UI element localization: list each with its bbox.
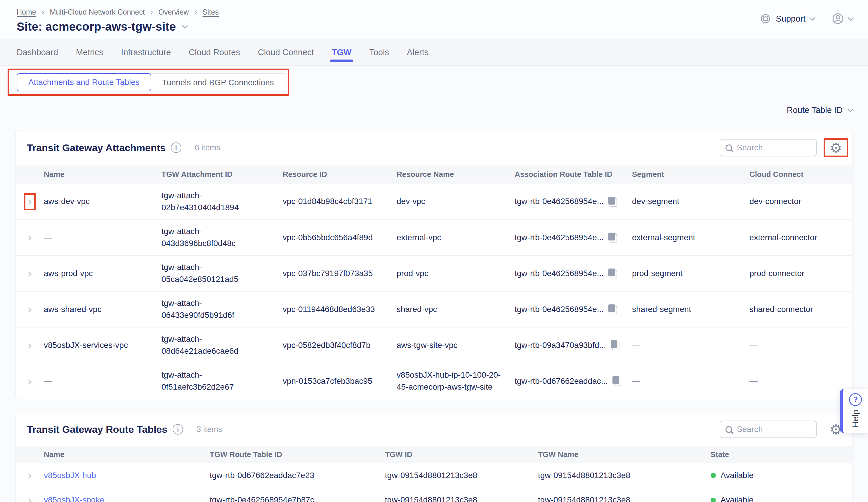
cell-assoc-id: tgw-rtb-0e462568954e...	[515, 196, 604, 208]
cell-cloud-connect: —	[750, 375, 852, 387]
table-row: › aws-shared-vpc tgw-attach-06433e90fd5b…	[16, 291, 852, 327]
cell-segment: prod-segment	[632, 268, 750, 280]
cell-resource-name: shared-vpc	[396, 304, 511, 315]
help-tab[interactable]: ? Help	[840, 389, 868, 433]
attachments-items-count: 6 items	[195, 143, 220, 152]
table-row: › v85osbJX-spoke tgw-rtb-0e462568954e7b8…	[16, 488, 852, 502]
row-expand-chevron[interactable]: ›	[25, 302, 35, 316]
row-expand-chevron[interactable]: ›	[25, 493, 35, 502]
breadcrumb-separator: ›	[150, 8, 153, 17]
status-dot	[711, 498, 716, 502]
attachments-search-box	[720, 139, 817, 156]
cell-resource-id: vpc-0b565bdc656a4f89d	[283, 232, 396, 244]
table-row: › — tgw-attach-0f51aefc3b62d2e67 vpn-015…	[16, 363, 852, 399]
cell-cloud-connect: external-connector	[750, 232, 852, 244]
main-tabbar: Dashboard Metrics Infrastructure Cloud R…	[0, 39, 868, 66]
chevron-right-icon: ›	[28, 339, 32, 351]
route-table-id-label: Route Table ID	[787, 105, 843, 115]
route-table-name-link[interactable]: v85osbJX-hub	[44, 470, 210, 482]
chevron-right-icon: ›	[28, 196, 32, 208]
cell-resource-name: aws-tgw-site-vpc	[396, 339, 511, 352]
support-chevron-icon	[809, 14, 815, 20]
cell-assoc-id: tgw-rtb-0d67662eaddac...	[515, 375, 608, 387]
info-icon[interactable]: i	[171, 143, 182, 153]
route-table-name-link[interactable]: v85osbJX-spoke	[44, 494, 210, 502]
attachments-table-title: Transit Gateway Attachments	[27, 142, 166, 154]
row-expand-chevron[interactable]: ›	[25, 374, 35, 388]
table-row: › — tgw-attach-043d3696bc8f0d48c vpc-0b5…	[16, 219, 852, 255]
row-expand-chevron[interactable]: ›	[25, 195, 35, 209]
cell-name: aws-prod-vpc	[44, 268, 162, 280]
support-menu[interactable]: Support	[760, 13, 815, 24]
cell-resource-name: v85osbJX-hub-ip-10-100-20-45-acmecorp-aw…	[396, 369, 511, 393]
col-tgw-attachment-id: TGW Attachment ID	[162, 170, 283, 179]
cell-segment: —	[632, 375, 750, 387]
tab-tools[interactable]: Tools	[369, 39, 389, 65]
cell-route-table-id: tgw-rtb-0e462568954e7b87c	[210, 494, 385, 502]
breadcrumb-separator: ›	[41, 8, 45, 17]
breadcrumb-mcn-connect: Multi-Cloud Network Connect	[50, 8, 145, 16]
col-segment: Segment	[632, 170, 750, 179]
copy-icon[interactable]	[611, 340, 619, 350]
app-header: Home › Multi-Cloud Network Connect › Ove…	[0, 0, 868, 39]
tab-tgw[interactable]: TGW	[332, 39, 352, 65]
tab-infrastructure[interactable]: Infrastructure	[121, 39, 171, 65]
cell-assoc-id: tgw-rtb-0e462568954e...	[515, 232, 604, 244]
route-table-id-dropdown[interactable]: Route Table ID	[0, 105, 853, 115]
row-expand-chevron[interactable]: ›	[25, 266, 35, 281]
chevron-right-icon: ›	[28, 470, 32, 481]
support-label: Support	[776, 14, 806, 24]
cell-resource-name: external-vpc	[396, 232, 511, 244]
subtab-attachments-route-tables[interactable]: Attachments and Route Tables	[17, 73, 151, 91]
cell-name: —	[44, 375, 162, 387]
row-expand-chevron[interactable]: ›	[25, 469, 35, 482]
col-cloud-connect: Cloud Connect	[750, 170, 852, 179]
chevron-right-icon: ›	[28, 375, 32, 387]
cell-assoc-id: tgw-rtb-09a3470a93bfd...	[515, 339, 606, 352]
breadcrumb-home[interactable]: Home	[17, 8, 36, 16]
cell-attachment-id: tgw-attach-0f51aefc3b62d2e67	[162, 369, 255, 393]
attachments-settings-button[interactable]: ⚙	[828, 140, 844, 155]
cell-resource-name: prod-vpc	[396, 268, 511, 280]
tab-cloud-connect[interactable]: Cloud Connect	[258, 39, 314, 65]
copy-icon[interactable]	[608, 197, 617, 207]
chevron-right-icon: ›	[28, 494, 32, 502]
status-label: Available	[721, 494, 754, 502]
cell-resource-id: vpn-0153ca7cfeb3bac95	[283, 375, 396, 387]
col-tgw-id: TGW ID	[385, 450, 538, 459]
copy-icon[interactable]	[612, 376, 621, 386]
tab-cloud-routes[interactable]: Cloud Routes	[189, 39, 240, 65]
tab-alerts[interactable]: Alerts	[407, 39, 428, 65]
col-name: Name	[44, 170, 162, 179]
site-dropdown-chevron-icon[interactable]	[182, 22, 187, 29]
cell-resource-id: vpc-01d84b98c4cbf3171	[283, 196, 396, 208]
cell-attachment-id: tgw-attach-05ca042e850121ad5	[162, 262, 255, 285]
cell-resource-id: vpc-037bc79197f073a35	[283, 268, 396, 280]
copy-icon[interactable]	[608, 304, 617, 314]
breadcrumb-sites[interactable]: Sites	[203, 8, 219, 16]
table-row: › aws-dev-vpc tgw-attach-02b7e4310404d18…	[16, 184, 852, 219]
chevron-right-icon: ›	[28, 268, 32, 279]
copy-icon[interactable]	[608, 269, 617, 279]
col-association-route-table-id: Association Route Table ID	[515, 170, 632, 179]
tab-metrics[interactable]: Metrics	[76, 39, 103, 65]
row-expand-chevron[interactable]: ›	[25, 338, 35, 352]
tab-dashboard[interactable]: Dashboard	[17, 39, 58, 65]
cell-attachment-id: tgw-attach-02b7e4310404d1894	[162, 190, 255, 213]
lifebuoy-icon	[760, 13, 771, 24]
route-tables-search-input[interactable]	[737, 425, 812, 434]
attachments-search-input[interactable]	[737, 143, 812, 152]
route-tables-header-row: Name TGW Route Table ID TGW ID TGW Name …	[16, 446, 852, 463]
col-resource-id: Resource ID	[283, 170, 396, 179]
breadcrumb: Home › Multi-Cloud Network Connect › Ove…	[17, 8, 868, 17]
cell-tgw-id: tgw-09154d8801213c3e8	[385, 470, 538, 482]
route-tables-search-box	[720, 420, 817, 438]
user-menu[interactable]	[831, 12, 853, 25]
status-dot	[711, 473, 716, 478]
chevron-right-icon: ›	[28, 232, 32, 243]
cell-cloud-connect: prod-connector	[750, 268, 852, 280]
subtab-tunnels-bgp-connections[interactable]: Tunnels and BGP Connections	[151, 74, 285, 92]
info-icon[interactable]: i	[173, 424, 183, 435]
copy-icon[interactable]	[608, 233, 617, 242]
row-expand-chevron[interactable]: ›	[25, 231, 35, 244]
